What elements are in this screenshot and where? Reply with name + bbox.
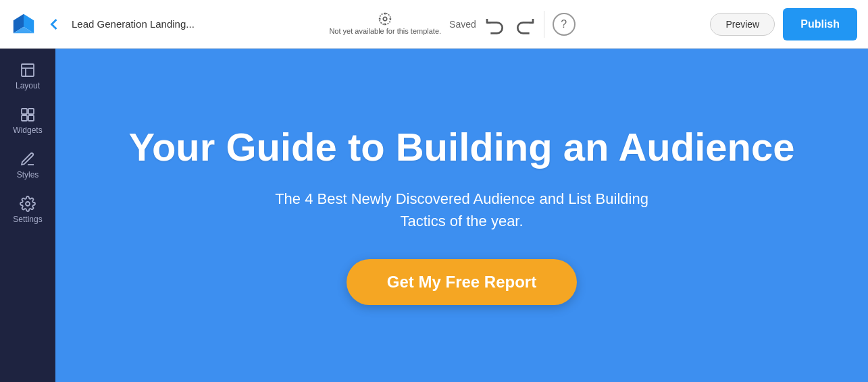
redo-button[interactable] xyxy=(514,13,536,35)
undo-button[interactable] xyxy=(484,13,506,35)
widgets-icon xyxy=(20,107,36,123)
sidebar-layout-label: Layout xyxy=(16,81,40,90)
page-headline[interactable]: Your Guide to Building an Audience xyxy=(129,126,795,169)
sidebar-widgets-label: Widgets xyxy=(13,126,42,135)
page-canvas: Your Guide to Building an Audience The 4… xyxy=(55,49,868,382)
settings-icon xyxy=(20,196,36,212)
sidebar-item-layout[interactable]: Layout xyxy=(3,55,52,97)
styles-icon xyxy=(20,151,36,167)
sidebar-item-widgets[interactable]: Widgets xyxy=(3,100,52,142)
app-logo xyxy=(11,11,36,37)
preview-button[interactable]: Preview xyxy=(710,13,775,36)
page-subheadline[interactable]: The 4 Best Newly Discovered Audience and… xyxy=(259,188,665,232)
topbar-divider xyxy=(544,11,544,38)
svg-point-4 xyxy=(380,13,391,25)
gps-status: Not yet available for this template. xyxy=(329,11,441,36)
svg-point-12 xyxy=(26,202,30,206)
svg-rect-10 xyxy=(22,115,27,121)
help-button[interactable]: ? xyxy=(553,13,576,36)
sidebar-item-settings[interactable]: Settings xyxy=(3,189,52,231)
sidebar: Layout Widgets Styles xyxy=(0,49,55,382)
gps-status-text: Not yet available for this template. xyxy=(329,26,441,36)
publish-button[interactable]: Publish xyxy=(783,8,857,40)
svg-rect-8 xyxy=(22,109,27,114)
sidebar-settings-label: Settings xyxy=(13,215,42,224)
sidebar-styles-label: Styles xyxy=(17,170,39,180)
help-icon: ? xyxy=(561,18,567,30)
svg-rect-11 xyxy=(28,115,34,121)
svg-point-3 xyxy=(384,18,388,22)
svg-rect-5 xyxy=(22,64,34,76)
layout-icon xyxy=(20,62,36,78)
topbar: Lead Generation Landing... Not yet avail… xyxy=(0,0,868,49)
main-area: Layout Widgets Styles xyxy=(0,49,868,382)
cta-button[interactable]: Get My Free Report xyxy=(347,259,577,305)
back-button[interactable] xyxy=(45,15,63,34)
sidebar-item-styles[interactable]: Styles xyxy=(3,144,52,186)
save-status: Saved xyxy=(449,19,476,30)
page-title: Lead Generation Landing... xyxy=(72,18,195,30)
svg-rect-9 xyxy=(28,109,34,114)
topbar-center: Not yet available for this template. Sav… xyxy=(203,11,703,38)
